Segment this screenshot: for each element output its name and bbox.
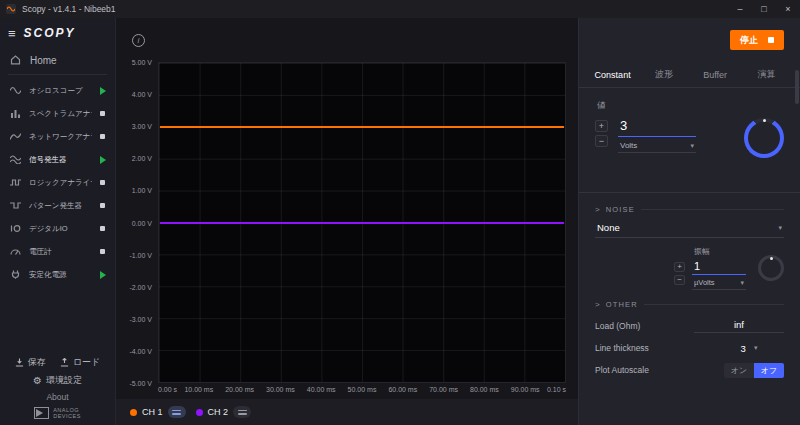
sidebar-item-label: デジタルIO <box>29 224 92 234</box>
channel-menu-button[interactable] <box>168 406 186 418</box>
chevron-right-icon: > <box>595 205 600 214</box>
channel-dot <box>130 409 137 416</box>
autoscale-on-button[interactable]: オン <box>724 363 754 378</box>
scrollbar-thumb[interactable] <box>795 70 799 104</box>
status-icon[interactable] <box>98 203 107 208</box>
amplitude-knob[interactable] <box>758 255 784 281</box>
other-section-header[interactable]: > OTHER <box>595 300 784 309</box>
value-unit-select[interactable]: Volts ▾ <box>618 141 696 153</box>
value-increment-button[interactable]: + <box>595 120 608 132</box>
plot-autoscale-label: Plot Autoscale <box>595 365 649 375</box>
sidebar-item[interactable]: スペクトラムアナライザー <box>0 102 115 125</box>
status-icon[interactable] <box>98 111 107 116</box>
sidebar-item[interactable]: ロジックアナライザー <box>0 171 115 194</box>
value-input[interactable]: 3 <box>618 118 696 137</box>
y-tick-label: -1.00 V <box>129 251 152 258</box>
channel-label: CH 2 <box>208 407 229 417</box>
plot-autoscale-toggle: オン オフ <box>724 363 784 378</box>
app-icon <box>6 4 16 14</box>
home-icon <box>10 55 23 65</box>
line-thickness-select[interactable]: 3 ▾ <box>714 343 784 354</box>
amplitude-input[interactable]: 1 <box>692 260 746 275</box>
amplitude-decrement-button[interactable]: − <box>674 275 685 285</box>
chevron-down-icon: ▾ <box>740 279 744 287</box>
load-label: Load (Ohm) <box>595 321 640 331</box>
hamburger-menu-icon[interactable]: ≡ <box>8 26 16 41</box>
channel-label: CH 1 <box>142 407 163 417</box>
pattern-generator-icon <box>10 201 23 210</box>
tab-math[interactable]: 演算 <box>741 68 792 81</box>
chevron-down-icon: ▾ <box>690 142 694 150</box>
panel-scrollbar[interactable] <box>795 62 799 423</box>
sidebar-item-home[interactable]: Home <box>0 48 115 72</box>
y-axis-labels: 5.00 V4.00 V3.00 V2.00 V1.00 V0.00 V-1.0… <box>122 62 158 383</box>
stop-button-label: 停止 <box>740 34 758 47</box>
tab-waveform[interactable]: 波形 <box>638 68 689 81</box>
sidebar-item[interactable]: 信号発生器 <box>0 148 115 171</box>
download-icon <box>15 358 24 367</box>
channels-bar: CH 1 CH 2 <box>116 399 578 425</box>
noise-type-select[interactable]: None ▾ <box>595 220 784 238</box>
preferences-button[interactable]: ⚙ 環境設定 <box>33 374 82 387</box>
status-icon[interactable] <box>98 226 107 231</box>
tab-buffer[interactable]: Buffer <box>690 70 741 80</box>
settings-panel: 停止 Constant 波形 Buffer 演算 値 + − 3 Volts <box>578 18 800 425</box>
status-icon[interactable] <box>98 180 107 185</box>
value-decrement-button[interactable]: − <box>595 135 608 147</box>
upload-icon <box>60 358 69 367</box>
sidebar-home-label: Home <box>30 55 57 66</box>
x-tick-label: 50.00 ms <box>348 386 377 393</box>
analog-devices-logo: ANALOG DEVICES <box>34 407 81 419</box>
amplitude-increment-button[interactable]: + <box>674 262 685 272</box>
x-tick-label: 80.00 ms <box>470 386 499 393</box>
channel-ch2[interactable]: CH 2 <box>196 406 252 418</box>
about-link[interactable]: About <box>46 392 68 402</box>
minimize-button[interactable]: – <box>728 0 752 18</box>
x-axis-labels: 0.00 s10.00 ms20.00 ms30.00 ms40.00 ms50… <box>158 383 566 397</box>
y-tick-label: -2.00 V <box>129 283 152 290</box>
logic-analyzer-icon <box>10 178 23 187</box>
line-thickness-label: Line thickness <box>595 343 649 353</box>
value-knob[interactable] <box>744 118 784 158</box>
scopy-logo: SCOPY <box>24 26 76 40</box>
power-supply-icon <box>10 270 23 279</box>
sidebar-item[interactable]: オシロスコープ <box>0 79 115 102</box>
sidebar-item[interactable]: パターン発生器 <box>0 194 115 217</box>
save-button[interactable]: 保存 <box>15 356 46 369</box>
maximize-button[interactable]: □ <box>752 0 776 18</box>
titlebar: Scopy - v1.4.1 - Nibeeb1 – □ × <box>0 0 800 18</box>
amplitude-unit-label: µVolts <box>694 278 715 287</box>
sidebar-item-label: オシロスコープ <box>29 86 92 96</box>
sidebar: ≡ SCOPY Home オシロスコープ スペクトラムアナライザー <box>0 18 116 425</box>
status-icon[interactable] <box>98 156 107 164</box>
channel-ch1[interactable]: CH 1 <box>130 406 186 418</box>
sidebar-item[interactable]: ネットワークアナライザー <box>0 125 115 148</box>
load-button[interactable]: ロード <box>60 356 100 369</box>
status-icon[interactable] <box>98 249 107 254</box>
close-button[interactable]: × <box>776 0 800 18</box>
voltmeter-icon <box>10 247 23 256</box>
load-input[interactable]: inf <box>694 319 784 333</box>
channel-menu-button[interactable] <box>233 406 251 418</box>
y-tick-label: 4.00 V <box>132 91 152 98</box>
status-icon[interactable] <box>98 87 107 95</box>
x-tick-label: 20.00 ms <box>225 386 254 393</box>
plot-area[interactable] <box>158 62 566 383</box>
status-icon[interactable] <box>98 134 107 139</box>
info-icon[interactable]: i <box>132 34 145 47</box>
status-icon[interactable] <box>98 271 107 279</box>
sidebar-item-label: スペクトラムアナライザー <box>29 109 92 119</box>
tab-constant[interactable]: Constant <box>587 70 638 80</box>
amplitude-unit-select[interactable]: µVolts ▾ <box>692 278 746 290</box>
sidebar-item[interactable]: 安定化電源 <box>0 263 115 286</box>
window-title: Scopy - v1.4.1 - Nibeeb1 <box>22 4 116 14</box>
autoscale-off-button[interactable]: オフ <box>754 363 784 378</box>
panel-divider <box>579 192 800 193</box>
y-tick-label: 1.00 V <box>132 187 152 194</box>
noise-section-header[interactable]: > NOISE <box>595 205 784 214</box>
y-tick-label: 5.00 V <box>132 59 152 66</box>
sidebar-item[interactable]: デジタルIO <box>0 217 115 240</box>
stop-button[interactable]: 停止 <box>730 30 784 50</box>
sidebar-item[interactable]: 電圧計 <box>0 240 115 263</box>
x-tick-label: 60.00 ms <box>388 386 417 393</box>
